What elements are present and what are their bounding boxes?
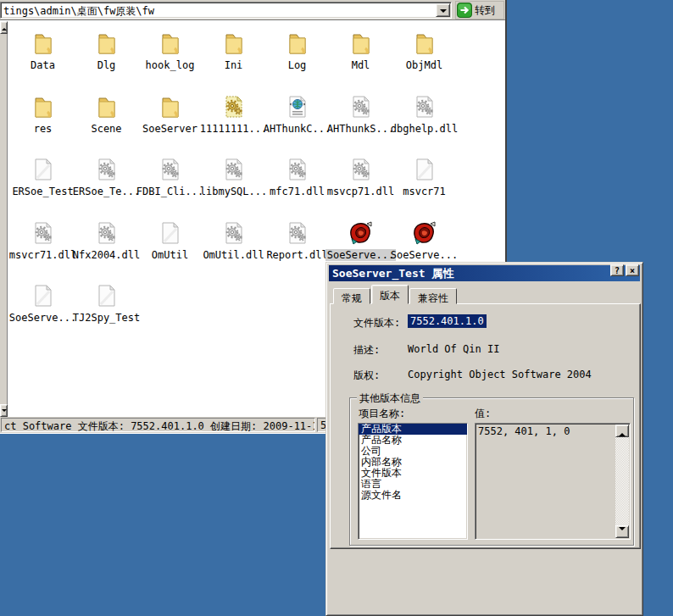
file-item[interactable]: libmySQL... xyxy=(202,147,265,210)
address-dropdown-button[interactable] xyxy=(436,3,450,17)
folder-item[interactable]: Log xyxy=(265,20,329,84)
file-label: ObjMdl xyxy=(404,59,444,71)
go-arrow-icon xyxy=(457,3,472,18)
folder-icon xyxy=(157,30,184,57)
value-label: 值: xyxy=(475,407,491,421)
document-icon xyxy=(93,282,120,309)
go-button[interactable]: 转到 xyxy=(455,1,504,19)
description-value: World Of Qin II xyxy=(408,343,499,355)
file-item[interactable]: mfc71.dll xyxy=(265,147,329,210)
file-label: res xyxy=(32,123,54,135)
tab-0[interactable]: 常规 xyxy=(333,288,370,304)
address-combobox[interactable]: tings\admin\桌面\fw原装\fw xyxy=(0,2,452,19)
tab-1[interactable]: 版本 xyxy=(371,285,409,304)
file-label: msvcp71.dll xyxy=(325,186,396,197)
item-name-label: 项目名称: xyxy=(359,407,405,421)
file-item[interactable]: AHThunkS... xyxy=(329,84,392,147)
file-item[interactable]: ERSoe_Test xyxy=(11,147,75,210)
file-item[interactable]: Nfx2004.dll xyxy=(75,210,138,274)
scroll-up-icon xyxy=(2,25,7,31)
folder-item[interactable]: Mdl xyxy=(329,20,392,84)
folder-icon xyxy=(93,93,120,120)
dll-gears-icon xyxy=(348,93,375,120)
folder-item[interactable]: ObjMdl xyxy=(392,20,456,84)
file-item[interactable]: OmUtil.dll xyxy=(202,210,265,274)
dll-gears-icon xyxy=(348,156,375,183)
dll-gears-icon xyxy=(157,156,184,183)
file-item[interactable]: AHThunkC... xyxy=(265,84,329,147)
folder-icon xyxy=(93,30,120,57)
config-gears-icon xyxy=(220,93,248,120)
dll-gears-icon xyxy=(93,219,120,247)
copyright-value: Copyright Object Software 2004 xyxy=(408,369,592,380)
folder-item[interactable]: Ini xyxy=(202,20,265,84)
file-item[interactable]: SoeServe... xyxy=(11,273,75,336)
status-text-left: ct Software 文件版本: 7552.401.1.0 创建日期: 200… xyxy=(1,418,315,432)
list-item[interactable]: 源文件名 xyxy=(359,490,467,501)
copyright-label: 版权: xyxy=(353,369,380,383)
dragon-app-icon xyxy=(348,219,375,247)
folder-item[interactable]: Dlg xyxy=(75,20,138,84)
folder-item[interactable]: res xyxy=(11,84,75,147)
file-item[interactable]: Report.dll xyxy=(265,210,329,274)
file-item[interactable]: msvcr71 xyxy=(392,147,456,210)
folder-item[interactable]: Data xyxy=(11,20,75,84)
file-label: dbghelp.dll xyxy=(389,123,459,135)
file-item[interactable]: FDBI_Cli... xyxy=(138,147,202,210)
address-text: tings\admin\桌面\fw原装\fw xyxy=(3,4,154,19)
value-scrollbar[interactable] xyxy=(615,425,629,538)
file-label: TJ2Spy_Test xyxy=(71,312,142,324)
scroll-up-button[interactable] xyxy=(0,21,8,34)
folder-icon xyxy=(157,93,184,120)
scroll-down-icon xyxy=(619,527,626,534)
dialog-titlebar[interactable]: SoeServer_Test 属性 xyxy=(329,265,640,281)
tab-2[interactable]: 兼容性 xyxy=(409,288,457,304)
dialog-title: SoeServer_Test 属性 xyxy=(329,266,453,281)
file-label: FDBI_Cli... xyxy=(135,186,205,197)
file-label: Ini xyxy=(223,59,245,71)
file-item[interactable]: 11111111... xyxy=(202,84,265,147)
properties-dialog: SoeServer_Test 属性 ? × 常规版本兼容性 文件版本: 7552… xyxy=(325,262,643,616)
scroll-up-button[interactable] xyxy=(615,425,629,437)
file-item[interactable]: TJ2Spy_Test xyxy=(75,273,138,336)
file-version-label: 文件版本: xyxy=(353,316,400,330)
scroll-down-button[interactable] xyxy=(0,404,8,417)
file-label: SoeServe... xyxy=(389,249,459,261)
document-icon xyxy=(411,156,438,183)
value-text: 7552, 401, 1, 0 xyxy=(478,425,570,437)
dragon-app-icon xyxy=(411,219,438,247)
help-button[interactable]: ? xyxy=(610,264,624,276)
file-label: AHThunkC... xyxy=(262,123,332,135)
folder-icon xyxy=(284,30,311,57)
vertical-scrollbar[interactable] xyxy=(0,21,8,417)
file-label: msvcr71 xyxy=(401,186,448,197)
file-label: OmUtil.dll xyxy=(201,249,265,261)
folder-item[interactable]: hook_log xyxy=(138,20,202,84)
file-item[interactable]: ERSoe_Te... xyxy=(75,147,138,210)
file-label: msvcr71.dll xyxy=(8,249,78,261)
file-item[interactable]: dbghelp.dll xyxy=(392,84,456,147)
value-box[interactable]: 7552, 401, 1, 0 xyxy=(475,423,631,540)
go-button-label: 转到 xyxy=(475,3,495,18)
file-version-value[interactable]: 7552.401.1.0 xyxy=(408,314,487,328)
folder-item[interactable]: Scene xyxy=(75,84,138,147)
file-item[interactable]: msvcr71.dll xyxy=(11,210,75,274)
folder-item[interactable]: SoeServer xyxy=(138,84,202,147)
address-toolbar: tings\admin\桌面\fw原装\fw 转到 xyxy=(0,0,505,20)
file-label: mfc71.dll xyxy=(268,186,326,197)
item-name-list[interactable]: 产品版本产品名称公司内部名称文件版本语言源文件名 xyxy=(358,423,468,540)
folder-icon xyxy=(220,30,248,57)
close-button[interactable]: × xyxy=(626,264,639,276)
file-item[interactable]: OmUtil xyxy=(138,210,202,274)
dll-gears-icon xyxy=(411,93,438,120)
dll-gears-icon xyxy=(284,219,311,247)
file-label: libmySQL... xyxy=(198,186,269,197)
file-label: Report.dll xyxy=(264,249,329,261)
file-label: OmUtil xyxy=(150,249,190,261)
dll-gears-icon xyxy=(220,156,248,183)
file-label: Dlg xyxy=(96,59,118,71)
file-item[interactable]: msvcp71.dll xyxy=(329,147,392,210)
scroll-down-button[interactable] xyxy=(615,525,629,538)
dll-gears-icon xyxy=(93,156,120,183)
scroll-down-icon xyxy=(2,409,7,414)
